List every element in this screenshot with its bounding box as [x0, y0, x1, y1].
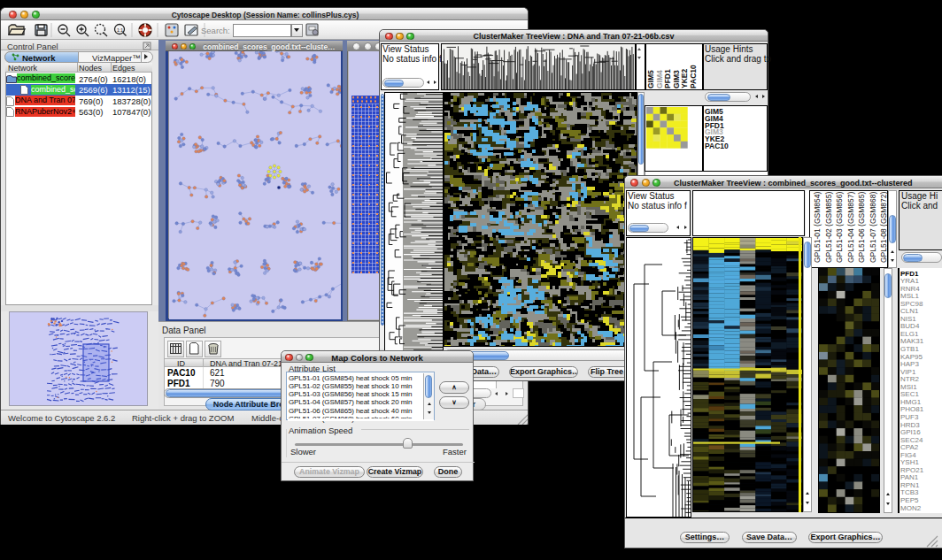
svg-text:1:1: 1:1: [117, 27, 123, 33]
